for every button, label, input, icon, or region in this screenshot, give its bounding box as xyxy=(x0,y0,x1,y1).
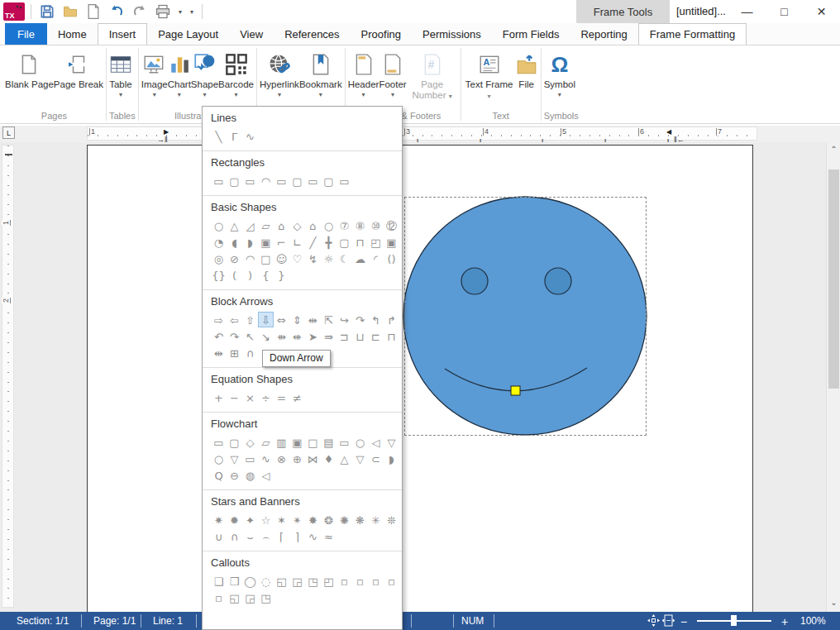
shape-icon[interactable]: ⇛ xyxy=(321,328,336,344)
minimize-button[interactable]: — xyxy=(728,0,766,23)
symbol-button[interactable]: ΩSymbol▾ xyxy=(544,47,575,108)
qat-customize-caret[interactable]: ▾ xyxy=(188,8,196,16)
shape-icon[interactable]: ↷ xyxy=(227,328,242,344)
shape-icon[interactable]: − xyxy=(227,389,242,405)
shape-icon[interactable]: ○ xyxy=(211,451,227,466)
status-page[interactable]: Page: 1/1 xyxy=(93,615,136,627)
shape-icon[interactable]: ▣ xyxy=(384,234,399,250)
shape-icon[interactable]: ⌐ xyxy=(274,234,289,250)
shape-icon[interactable]: ▭ xyxy=(211,173,227,189)
vertical-scrollbar[interactable]: ⌃ ⌄ xyxy=(826,142,840,612)
shape-icon[interactable]: ▢ xyxy=(336,234,352,250)
shape-icon[interactable]: ▫ xyxy=(211,589,227,605)
undo-icon[interactable] xyxy=(107,2,126,21)
zoom-slider-thumb[interactable] xyxy=(731,615,737,626)
shape-icon[interactable]: ⇹ xyxy=(305,312,321,327)
shape-icon[interactable]: ❒ xyxy=(227,573,242,589)
shape-icon[interactable]: ⌂ xyxy=(274,217,289,233)
shape-icon[interactable]: ▭ xyxy=(242,173,258,189)
shape-icon[interactable]: ⊕ xyxy=(289,451,305,466)
image-button[interactable]: Image▾ xyxy=(141,47,168,108)
vertical-ruler[interactable]: 12 xyxy=(2,145,14,608)
shape-icon[interactable]: ✶ xyxy=(274,512,289,527)
shape-icon[interactable]: ▭ xyxy=(305,173,321,189)
shape-icon[interactable]: ◎ xyxy=(211,251,227,266)
tab-reporting[interactable]: Reporting xyxy=(570,23,637,45)
shape-icon[interactable]: ◯ xyxy=(242,573,258,589)
shape-icon[interactable]: ÷ xyxy=(258,389,274,405)
tab-permissions[interactable]: Permissions xyxy=(412,23,492,45)
shape-icon[interactable]: ⊓ xyxy=(384,328,399,344)
shape-icon[interactable]: ◠ xyxy=(242,251,258,266)
blank-page-button[interactable]: Blank Page xyxy=(5,47,54,108)
tab-frame-formatting[interactable]: Frame Formatting xyxy=(638,23,747,45)
shape-icon[interactable]: ▣ xyxy=(289,434,305,450)
shape-icon[interactable]: ◲ xyxy=(242,589,258,605)
shape-icon[interactable]: ▤ xyxy=(321,434,336,450)
shape-icon[interactable]: ◁ xyxy=(368,434,384,450)
shape-icon[interactable]: ◖ xyxy=(227,234,242,250)
shape-icon[interactable]: ☁ xyxy=(352,251,368,266)
shape-icon-down-arrow[interactable]: ⇩ xyxy=(258,312,274,327)
shape-icon[interactable]: ☼ xyxy=(321,251,336,266)
shape-icon[interactable]: ≠ xyxy=(289,389,305,405)
barcode-button[interactable]: Barcode▾ xyxy=(218,47,254,108)
shape-button[interactable]: Shape▾ xyxy=(191,47,218,108)
shape-icon[interactable]: ∿ xyxy=(305,528,321,544)
zoom-level[interactable]: 100% xyxy=(800,615,826,627)
shape-icon[interactable]: ∟ xyxy=(289,234,305,250)
shape-icon[interactable]: ◌ xyxy=(258,573,274,589)
tab-proofing[interactable]: Proofing xyxy=(351,23,412,45)
shape-icon[interactable]: ↰ xyxy=(368,312,384,327)
shape-icon[interactable]: ⊐ xyxy=(336,328,352,344)
shape-icon[interactable]: ◗ xyxy=(384,451,399,466)
redo-icon[interactable] xyxy=(130,2,150,21)
close-button[interactable]: ✕ xyxy=(803,0,840,23)
shape-icon[interactable]: ∩ xyxy=(242,345,258,360)
app-logo-tx[interactable]: TX xyxy=(3,2,25,21)
shape-icon[interactable]: ▫ xyxy=(336,573,352,589)
shape-icon[interactable]: ○ xyxy=(321,217,336,233)
fit-page-icon[interactable] xyxy=(662,614,675,627)
shape-icon[interactable]: ◍ xyxy=(242,467,258,483)
shape-icon[interactable]: ↘ xyxy=(258,328,274,344)
shape-icon[interactable]: ╱ xyxy=(305,234,321,250)
shape-icon[interactable]: □ xyxy=(258,251,274,266)
selection-bounds[interactable] xyxy=(404,197,647,436)
shape-icon[interactable]: ▭ xyxy=(336,434,352,450)
shape-icon[interactable]: ▫ xyxy=(384,573,399,589)
tab-type-selector[interactable]: L xyxy=(2,126,15,139)
horizontal-ruler[interactable]: 134567 ▶ ◀ xyxy=(87,126,757,141)
shape-icon[interactable]: ♡ xyxy=(289,251,305,266)
shape-icon[interactable]: ⊗ xyxy=(274,451,289,466)
maximize-button[interactable]: □ xyxy=(766,0,803,23)
shape-icon[interactable]: ⊖ xyxy=(227,467,242,483)
hyperlink-button[interactable]: Hyperlink▾ xyxy=(260,47,299,108)
shape-icon[interactable]: ⌣ xyxy=(242,528,258,544)
shape-icon[interactable]: ▥ xyxy=(274,434,289,450)
shape-icon[interactable]: ❊ xyxy=(384,512,399,527)
shape-icon[interactable]: { xyxy=(258,267,274,283)
shape-icon[interactable]: ▭ xyxy=(242,451,258,466)
shape-icon[interactable]: ☺ xyxy=(274,251,289,266)
shape-icon[interactable]: ⊘ xyxy=(227,251,242,266)
shape-icon[interactable]: ✳ xyxy=(368,512,384,527)
shape-icon[interactable]: ╲ xyxy=(211,128,227,144)
status-section[interactable]: Section: 1/1 xyxy=(17,615,69,627)
shape-icon[interactable]: ✹ xyxy=(227,512,242,527)
shape-icon[interactable]: ◗ xyxy=(242,234,258,250)
shape-icon[interactable]: ∿ xyxy=(258,451,274,466)
shape-icon[interactable]: ▢ xyxy=(227,173,242,189)
print-icon[interactable] xyxy=(153,2,173,21)
shape-icon[interactable]: ⇻ xyxy=(274,328,289,344)
shape-icon[interactable]: {} xyxy=(211,267,227,283)
tab-form-fields[interactable]: Form Fields xyxy=(492,23,570,45)
shape-icon[interactable]: ▢ xyxy=(227,434,242,450)
shape-icon[interactable]: ◳ xyxy=(258,589,274,605)
shape-icon[interactable]: ➤ xyxy=(305,328,321,344)
shape-icon[interactable]: ⌂ xyxy=(305,217,321,233)
shape-icon[interactable]: ▫ xyxy=(352,573,368,589)
shape-icon[interactable]: ○ xyxy=(211,217,227,233)
shape-icon[interactable]: ✷ xyxy=(211,512,227,527)
shape-icon[interactable]: ▱ xyxy=(258,434,274,450)
